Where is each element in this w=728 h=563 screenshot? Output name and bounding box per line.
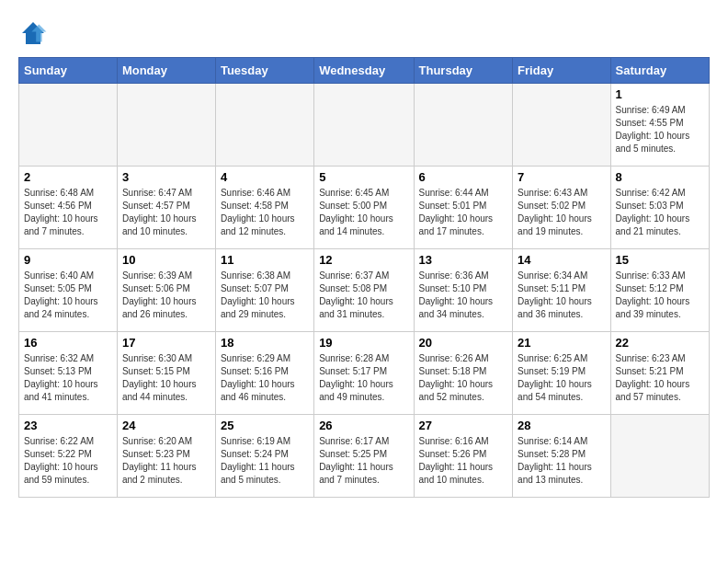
day-cell: 23Sunrise: 6:22 AM Sunset: 5:22 PM Dayli… (19, 415, 118, 498)
day-cell: 11Sunrise: 6:38 AM Sunset: 5:07 PM Dayli… (215, 249, 313, 332)
day-info: Sunrise: 6:45 AM Sunset: 5:00 PM Dayligh… (319, 187, 408, 238)
day-number: 23 (24, 419, 112, 432)
week-row-3: 9Sunrise: 6:40 AM Sunset: 5:05 PM Daylig… (19, 249, 710, 332)
day-cell: 10Sunrise: 6:39 AM Sunset: 5:06 PM Dayli… (117, 249, 215, 332)
day-number: 16 (24, 336, 112, 350)
day-cell: 19Sunrise: 6:28 AM Sunset: 5:17 PM Dayli… (314, 332, 414, 415)
week-row-5: 23Sunrise: 6:22 AM Sunset: 5:22 PM Dayli… (19, 415, 710, 498)
day-number: 4 (221, 170, 309, 184)
day-number: 21 (518, 336, 605, 350)
day-number: 7 (518, 170, 605, 184)
day-cell (117, 84, 215, 167)
day-cell: 12Sunrise: 6:37 AM Sunset: 5:08 PM Dayli… (314, 249, 414, 332)
day-cell: 15Sunrise: 6:33 AM Sunset: 5:12 PM Dayli… (610, 249, 709, 332)
day-cell: 26Sunrise: 6:17 AM Sunset: 5:25 PM Dayli… (314, 415, 414, 498)
day-number: 8 (616, 170, 704, 184)
day-info: Sunrise: 6:36 AM Sunset: 5:10 PM Dayligh… (419, 270, 508, 321)
calendar-table: SundayMondayTuesdayWednesdayThursdayFrid… (18, 57, 710, 498)
day-info: Sunrise: 6:39 AM Sunset: 5:06 PM Dayligh… (122, 270, 210, 321)
day-number: 18 (221, 336, 309, 350)
day-cell (215, 84, 313, 167)
day-cell: 13Sunrise: 6:36 AM Sunset: 5:10 PM Dayli… (414, 249, 513, 332)
day-info: Sunrise: 6:30 AM Sunset: 5:15 PM Dayligh… (122, 352, 210, 404)
day-cell (19, 84, 118, 167)
day-number: 20 (419, 336, 508, 350)
day-cell: 22Sunrise: 6:23 AM Sunset: 5:21 PM Dayli… (610, 332, 709, 415)
day-info: Sunrise: 6:23 AM Sunset: 5:21 PM Dayligh… (616, 352, 704, 404)
day-cell: 1Sunrise: 6:49 AM Sunset: 4:55 PM Daylig… (610, 84, 709, 167)
day-cell: 17Sunrise: 6:30 AM Sunset: 5:15 PM Dayli… (117, 332, 215, 415)
day-cell: 4Sunrise: 6:46 AM Sunset: 4:58 PM Daylig… (215, 167, 313, 249)
day-cell: 6Sunrise: 6:44 AM Sunset: 5:01 PM Daylig… (414, 167, 513, 249)
day-cell: 14Sunrise: 6:34 AM Sunset: 5:11 PM Dayli… (513, 249, 610, 332)
day-number: 17 (122, 336, 210, 350)
day-number: 15 (616, 253, 704, 267)
col-header-friday: Friday (513, 58, 610, 84)
day-info: Sunrise: 6:46 AM Sunset: 4:58 PM Dayligh… (221, 187, 309, 238)
day-number: 12 (319, 253, 408, 267)
logo-icon (18, 18, 48, 48)
day-number: 24 (122, 419, 210, 432)
day-number: 1 (616, 87, 704, 101)
day-info: Sunrise: 6:17 AM Sunset: 5:25 PM Dayligh… (319, 435, 408, 487)
day-number: 9 (24, 253, 112, 267)
week-row-2: 2Sunrise: 6:48 AM Sunset: 4:56 PM Daylig… (19, 167, 710, 249)
day-cell: 28Sunrise: 6:14 AM Sunset: 5:28 PM Dayli… (513, 415, 610, 498)
day-info: Sunrise: 6:33 AM Sunset: 5:12 PM Dayligh… (616, 270, 704, 321)
day-cell: 2Sunrise: 6:48 AM Sunset: 4:56 PM Daylig… (19, 167, 118, 249)
col-header-tuesday: Tuesday (215, 58, 313, 84)
day-number: 3 (122, 170, 210, 184)
header-row: SundayMondayTuesdayWednesdayThursdayFrid… (19, 58, 710, 84)
day-cell: 24Sunrise: 6:20 AM Sunset: 5:23 PM Dayli… (117, 415, 215, 498)
day-info: Sunrise: 6:44 AM Sunset: 5:01 PM Dayligh… (419, 187, 508, 238)
day-number: 22 (616, 336, 704, 350)
day-number: 5 (319, 170, 408, 184)
day-cell: 9Sunrise: 6:40 AM Sunset: 5:05 PM Daylig… (19, 249, 118, 332)
day-cell (414, 84, 513, 167)
day-cell: 20Sunrise: 6:26 AM Sunset: 5:18 PM Dayli… (414, 332, 513, 415)
day-number: 11 (221, 253, 309, 267)
day-number: 10 (122, 253, 210, 267)
day-info: Sunrise: 6:34 AM Sunset: 5:11 PM Dayligh… (518, 270, 605, 321)
week-row-4: 16Sunrise: 6:32 AM Sunset: 5:13 PM Dayli… (19, 332, 710, 415)
day-cell: 7Sunrise: 6:43 AM Sunset: 5:02 PM Daylig… (513, 167, 610, 249)
day-info: Sunrise: 6:25 AM Sunset: 5:19 PM Dayligh… (518, 352, 605, 404)
day-info: Sunrise: 6:26 AM Sunset: 5:18 PM Dayligh… (419, 352, 508, 404)
day-info: Sunrise: 6:29 AM Sunset: 5:16 PM Dayligh… (221, 352, 309, 404)
day-info: Sunrise: 6:47 AM Sunset: 4:57 PM Dayligh… (122, 187, 210, 238)
day-info: Sunrise: 6:42 AM Sunset: 5:03 PM Dayligh… (616, 187, 704, 238)
day-number: 27 (419, 419, 508, 432)
logo (18, 18, 51, 48)
day-number: 28 (518, 419, 605, 432)
day-cell: 18Sunrise: 6:29 AM Sunset: 5:16 PM Dayli… (215, 332, 313, 415)
col-header-thursday: Thursday (414, 58, 513, 84)
day-info: Sunrise: 6:32 AM Sunset: 5:13 PM Dayligh… (24, 352, 112, 404)
page-header (18, 18, 710, 48)
day-number: 2 (24, 170, 112, 184)
col-header-monday: Monday (117, 58, 215, 84)
day-info: Sunrise: 6:48 AM Sunset: 4:56 PM Dayligh… (24, 187, 112, 238)
day-cell (513, 84, 610, 167)
day-info: Sunrise: 6:43 AM Sunset: 5:02 PM Dayligh… (518, 187, 605, 238)
day-cell: 16Sunrise: 6:32 AM Sunset: 5:13 PM Dayli… (19, 332, 118, 415)
day-cell: 8Sunrise: 6:42 AM Sunset: 5:03 PM Daylig… (610, 167, 709, 249)
day-cell: 21Sunrise: 6:25 AM Sunset: 5:19 PM Dayli… (513, 332, 610, 415)
day-number: 14 (518, 253, 605, 267)
day-cell: 5Sunrise: 6:45 AM Sunset: 5:00 PM Daylig… (314, 167, 414, 249)
col-header-sunday: Sunday (19, 58, 118, 84)
day-info: Sunrise: 6:49 AM Sunset: 4:55 PM Dayligh… (616, 104, 704, 155)
day-number: 26 (319, 419, 408, 432)
day-cell (610, 415, 709, 498)
day-info: Sunrise: 6:40 AM Sunset: 5:05 PM Dayligh… (24, 270, 112, 321)
day-cell: 25Sunrise: 6:19 AM Sunset: 5:24 PM Dayli… (215, 415, 313, 498)
col-header-saturday: Saturday (610, 58, 709, 84)
day-info: Sunrise: 6:16 AM Sunset: 5:26 PM Dayligh… (419, 435, 508, 487)
day-number: 25 (221, 419, 309, 432)
day-cell (314, 84, 414, 167)
day-number: 19 (319, 336, 408, 350)
day-info: Sunrise: 6:19 AM Sunset: 5:24 PM Dayligh… (221, 435, 309, 487)
col-header-wednesday: Wednesday (314, 58, 414, 84)
day-info: Sunrise: 6:38 AM Sunset: 5:07 PM Dayligh… (221, 270, 309, 321)
day-info: Sunrise: 6:28 AM Sunset: 5:17 PM Dayligh… (319, 352, 408, 404)
day-info: Sunrise: 6:20 AM Sunset: 5:23 PM Dayligh… (122, 435, 210, 487)
